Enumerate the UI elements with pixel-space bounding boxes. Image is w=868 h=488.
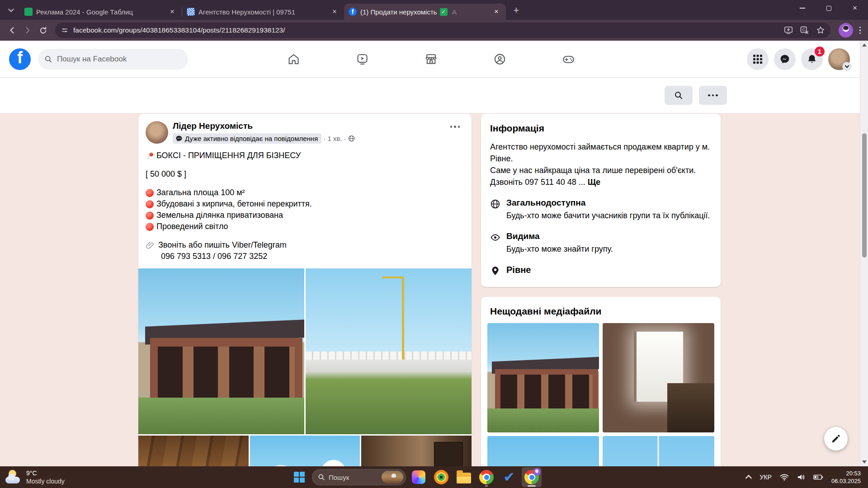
widgets-app-button[interactable] [431, 467, 451, 487]
nav-marketplace-icon[interactable] [424, 52, 439, 67]
bell-icon [807, 54, 817, 65]
nav-home-icon[interactable] [286, 52, 302, 67]
see-more-link[interactable]: Ще [588, 178, 600, 187]
file-explorer-button[interactable] [454, 467, 474, 487]
facebook-header-actions: 1 [747, 48, 850, 70]
scroll-up-arrow[interactable] [862, 43, 867, 47]
scroll-down-arrow[interactable] [862, 460, 867, 464]
start-button[interactable] [289, 467, 309, 487]
browser-menu-icon[interactable] [857, 24, 864, 37]
sidebar: Інформація Агентство нерухомості займаєт… [481, 114, 721, 466]
post-price: [ 50 000 $ ] [146, 169, 464, 180]
post-time[interactable]: · 1 хв. · [323, 135, 346, 142]
wifi-icon[interactable] [780, 474, 789, 481]
back-button[interactable] [5, 23, 20, 38]
clock-widget[interactable]: 20:53 06.03.2025 [831, 469, 861, 485]
nav-watch-icon[interactable] [355, 52, 370, 67]
svg-text:G: G [802, 27, 805, 32]
page-scrollbar[interactable] [860, 41, 868, 466]
new-tab-button[interactable]: + [509, 4, 523, 17]
tab-agency-site[interactable]: Агентство Нерухомості | 09751 × [182, 4, 344, 20]
taskbar-search[interactable] [312, 469, 406, 485]
search-input[interactable] [57, 55, 175, 64]
browser-profile-avatar[interactable] [839, 23, 853, 38]
messenger-button[interactable] [774, 48, 796, 70]
group-more-button[interactable] [699, 86, 727, 105]
tab-google-sheets[interactable]: Реклама 2024 - Google Таблиц × [20, 4, 182, 20]
chrome-active-button[interactable] [522, 467, 542, 487]
windows-taskbar: 9°C Mostly cloudy ✔ [0, 466, 868, 488]
tab-close-icon[interactable]: × [167, 7, 177, 17]
photo-wooden-ceiling[interactable] [138, 436, 249, 466]
author-name[interactable]: Лідер Нерухомість [173, 121, 446, 131]
media-thumb-sky-pole[interactable] [603, 436, 714, 466]
screen: Реклама 2024 - Google Таблиц × Агентство… [0, 0, 868, 488]
group-search-button[interactable] [665, 86, 693, 105]
notification-count-badge: 1 [815, 47, 825, 56]
language-indicator[interactable]: УКР [760, 474, 772, 481]
chat-bubble-icon [175, 135, 183, 142]
address-bar[interactable]: facebook.com/groups/403818653383104/post… [55, 23, 830, 38]
site-info-icon[interactable] [61, 26, 69, 34]
install-app-icon[interactable] [784, 26, 793, 34]
profile-button[interactable] [828, 48, 850, 70]
forward-button[interactable] [20, 23, 35, 38]
taskbar-search-input[interactable] [329, 474, 378, 481]
tab-search-button[interactable] [5, 4, 17, 16]
visibility-desc: Будь-хто може знайти групу. [506, 243, 613, 255]
media-thumb-garage[interactable] [487, 323, 599, 432]
paperclip-icon [146, 241, 155, 250]
apps-menu-button[interactable] [747, 48, 769, 70]
scrollbar-thumb[interactable] [862, 133, 867, 258]
weather-icon [5, 469, 22, 485]
window-close-button[interactable]: × [842, 0, 868, 16]
responsive-badge: Дуже активно відповідає на повідомлення [173, 133, 321, 144]
photo-interior[interactable] [361, 436, 472, 466]
responsive-badge-label: Дуже активно відповідає на повідомлення [185, 135, 318, 142]
window-minimize-button[interactable] [789, 0, 816, 16]
tab-facebook-active[interactable]: f (1) Продати нерухомість ✓ А × [344, 4, 506, 20]
window-maximize-button[interactable] [816, 0, 842, 16]
volume-icon[interactable] [797, 474, 805, 481]
notifications-button[interactable]: 1 [801, 48, 823, 70]
bookmark-star-icon[interactable] [816, 26, 825, 35]
compose-post-button[interactable] [824, 427, 848, 450]
battery-icon[interactable] [813, 474, 823, 480]
media-thumb-clouds[interactable] [487, 436, 599, 466]
location-title[interactable]: Рівне [506, 265, 531, 275]
photo-garage[interactable] [138, 268, 304, 434]
group-privacy-item: Загальнодоступна Будь-хто може бачити уч… [490, 198, 712, 221]
chrome-button[interactable] [476, 467, 496, 487]
media-thumb-window-room[interactable] [603, 323, 714, 432]
facebook-logo[interactable]: f [9, 48, 31, 70]
post-photos [138, 268, 472, 466]
url-text[interactable]: facebook.com/groups/403818653383104/post… [73, 26, 779, 34]
info-line: Агентство нерухомості займається продаже… [490, 142, 710, 163]
red-circle-icon [146, 200, 154, 208]
tab-close-icon[interactable]: × [491, 7, 501, 17]
copilot-button[interactable] [409, 467, 429, 487]
tab-close-icon[interactable]: × [330, 7, 340, 17]
post-menu-button[interactable] [446, 121, 465, 144]
author-avatar[interactable] [146, 121, 168, 144]
page-content: Лідер Нерухомість Дуже активно відповіда… [0, 113, 868, 466]
post-bullet: Проведений світло [156, 221, 228, 232]
group-visibility-item: Видима Будь-хто може знайти групу. [490, 231, 712, 255]
todo-app-button[interactable]: ✔ [499, 467, 519, 487]
photo-sky-clouds[interactable] [250, 436, 360, 466]
nav-groups-icon[interactable] [492, 52, 508, 67]
site-favicon-icon [187, 8, 195, 16]
group-location-item: Рівне [490, 265, 712, 276]
info-description: Агентство нерухомості займається продаже… [490, 141, 712, 188]
group-info-card: Інформація Агентство нерухомості займаєт… [481, 114, 721, 287]
clock-time: 20:53 [831, 469, 861, 477]
search-highlight-image[interactable] [382, 471, 403, 483]
facebook-search[interactable] [38, 49, 188, 70]
reload-button[interactable] [35, 23, 51, 38]
weather-widget[interactable]: 9°C Mostly cloudy [5, 469, 95, 485]
photo-flat-roof[interactable] [306, 268, 472, 434]
chrome-profile-badge [533, 468, 541, 476]
translate-icon[interactable]: G [800, 26, 809, 35]
tray-chevron-up-icon[interactable] [745, 475, 751, 481]
nav-gaming-icon[interactable] [561, 52, 576, 67]
